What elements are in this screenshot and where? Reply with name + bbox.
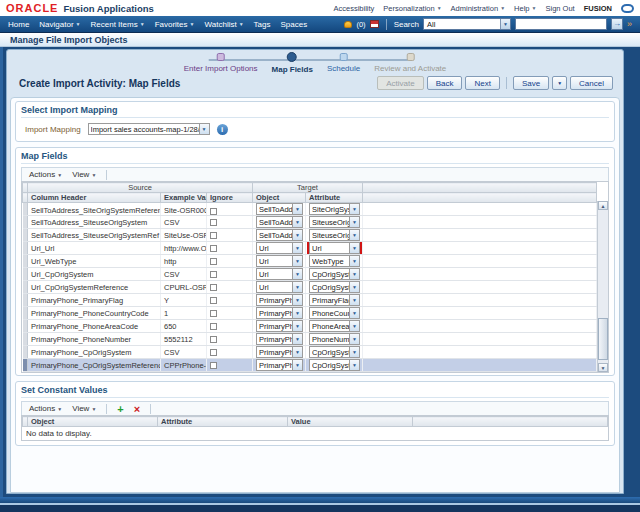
view-menu[interactable]: View ▼ bbox=[72, 170, 96, 179]
ignore-checkbox[interactable] bbox=[210, 349, 217, 356]
nav-item[interactable]: Spaces bbox=[281, 20, 308, 29]
global-link[interactable]: Accessibility bbox=[334, 4, 375, 13]
object-select[interactable]: SellToAddress ▼ bbox=[256, 203, 303, 215]
map-field-row[interactable]: SellToAddress_SiteuseOrigSystem CSV Sell… bbox=[23, 216, 597, 229]
train-step[interactable]: Map Fields bbox=[272, 53, 313, 74]
map-field-row[interactable]: PrimaryPhone_PhoneNumber 5552112 Primary… bbox=[23, 333, 597, 346]
train-step[interactable]: Enter Import Options bbox=[184, 53, 258, 73]
ignore-checkbox[interactable] bbox=[210, 208, 217, 215]
map-field-row[interactable]: PrimaryPhone_CpOrigSystem CSV PrimaryPho… bbox=[23, 346, 597, 359]
example-value-column[interactable]: Example Value bbox=[161, 193, 207, 203]
train-step[interactable]: Review and Activate bbox=[374, 53, 446, 73]
attribute-select[interactable]: SiteuseOrigSyst ▼ bbox=[309, 229, 360, 241]
search-go-icon[interactable]: → bbox=[611, 18, 623, 30]
attribute-select[interactable]: CpOrigSystemR ▼ bbox=[309, 359, 360, 371]
save-button[interactable]: Save bbox=[513, 76, 549, 90]
attribute-select[interactable]: CpOrigSystem ▼ bbox=[309, 268, 360, 280]
map-field-row[interactable]: Url_CpOrigSystem CSV Url ▼ bbox=[23, 268, 597, 281]
object-select[interactable]: PrimaryPhone ▼ bbox=[256, 320, 303, 332]
nav-item[interactable]: Favorites ▼ bbox=[155, 20, 195, 29]
search-input[interactable] bbox=[515, 18, 607, 30]
scrollbar-thumb[interactable] bbox=[598, 318, 608, 360]
delete-row-icon[interactable]: × bbox=[134, 404, 140, 414]
object-column[interactable]: Object bbox=[253, 193, 306, 203]
add-row-icon[interactable]: + bbox=[117, 404, 123, 414]
nav-item[interactable]: Home bbox=[8, 20, 29, 29]
ignore-checkbox[interactable] bbox=[210, 219, 217, 226]
scroll-down-icon[interactable]: ▼ bbox=[598, 363, 608, 372]
save-dropdown-icon[interactable]: ▼ bbox=[552, 76, 567, 90]
attribute-column[interactable]: Attribute bbox=[306, 193, 363, 203]
activate-button[interactable]: Activate bbox=[377, 76, 423, 90]
scroll-up-icon[interactable]: ▲ bbox=[598, 201, 608, 210]
object-select[interactable]: Url ▼ bbox=[256, 255, 303, 267]
object-select[interactable]: PrimaryPhone ▼ bbox=[256, 359, 303, 371]
column-header-column[interactable]: Column Header bbox=[28, 193, 161, 203]
map-field-row[interactable]: Url_Url http://www.OneSA1x Url ▼ bbox=[23, 242, 597, 255]
map-field-row[interactable]: SellToAddress_SiteOrigSystemReference Si… bbox=[23, 203, 597, 216]
object-select[interactable]: PrimaryPhone ▼ bbox=[256, 307, 303, 319]
ignore-checkbox[interactable] bbox=[210, 323, 217, 330]
cancel-button[interactable]: Cancel bbox=[570, 76, 613, 90]
object-select[interactable]: Url ▼ bbox=[256, 281, 303, 293]
global-link[interactable]: FUSION bbox=[584, 4, 612, 13]
ignore-checkbox[interactable] bbox=[210, 245, 217, 252]
attribute-column[interactable]: Attribute bbox=[158, 417, 288, 427]
attribute-select[interactable]: SiteOrigSystemR ▼ bbox=[309, 203, 360, 215]
map-field-row[interactable]: Url_CpOrigSystemReference CPURL-OSR00000… bbox=[23, 281, 597, 294]
scrollbar-track[interactable] bbox=[598, 210, 608, 363]
ignore-checkbox[interactable] bbox=[210, 310, 217, 317]
attribute-select[interactable]: PhoneNumber ▼ bbox=[309, 333, 360, 345]
attribute-select[interactable]: CpOrigSystem ▼ bbox=[309, 346, 360, 358]
attribute-select[interactable]: PrimaryFlag ▼ bbox=[309, 294, 360, 306]
advanced-search-icon[interactable]: » bbox=[627, 19, 632, 29]
train-step[interactable]: Schedule bbox=[327, 53, 360, 73]
map-field-row[interactable]: SellToAddress_SiteuseOrigSystemRef SiteU… bbox=[23, 229, 597, 242]
calendar-icon[interactable] bbox=[370, 20, 379, 28]
attribute-select[interactable]: CpOrigSystemR ▼ bbox=[309, 281, 360, 293]
global-link[interactable]: Administration ▼ bbox=[451, 4, 505, 13]
map-field-row[interactable]: PrimaryPhone_PhoneAreaCode 650 PrimaryPh… bbox=[23, 320, 597, 333]
actions-menu[interactable]: Actions ▼ bbox=[29, 170, 62, 179]
object-column[interactable]: Object bbox=[28, 417, 158, 427]
object-select[interactable]: SellToAddress ▼ bbox=[256, 229, 303, 241]
import-mapping-select[interactable]: Import sales accounts-map-1/28/13 ▼ bbox=[88, 123, 210, 135]
back-button[interactable]: Back bbox=[427, 76, 463, 90]
object-select[interactable]: PrimaryPhone ▼ bbox=[256, 333, 303, 345]
map-field-row[interactable]: Url_WebType http Url ▼ bbox=[23, 255, 597, 268]
nav-item[interactable]: Recent Items ▼ bbox=[91, 20, 145, 29]
search-scope-select[interactable]: All ▼ bbox=[423, 18, 511, 30]
ignore-checkbox[interactable] bbox=[210, 258, 217, 265]
attribute-select[interactable]: PhoneAreaCode ▼ bbox=[309, 320, 360, 332]
map-field-row[interactable]: PrimaryPhone_CpOrigSystemReference CPPrP… bbox=[23, 359, 597, 372]
object-select[interactable]: Url ▼ bbox=[256, 242, 303, 254]
ignore-checkbox[interactable] bbox=[210, 336, 217, 343]
view-menu[interactable]: View ▼ bbox=[72, 404, 96, 413]
info-icon[interactable]: i bbox=[217, 124, 228, 135]
nav-item[interactable]: Watchlist ▼ bbox=[205, 20, 244, 29]
object-select[interactable]: Url ▼ bbox=[256, 268, 303, 280]
ignore-checkbox[interactable] bbox=[210, 284, 217, 291]
ignore-checkbox[interactable] bbox=[210, 271, 217, 278]
attribute-select[interactable]: PhoneCountryC ▼ bbox=[309, 307, 360, 319]
attribute-select[interactable]: Url ▼ bbox=[309, 242, 360, 254]
object-select[interactable]: PrimaryPhone ▼ bbox=[256, 294, 303, 306]
actions-menu[interactable]: Actions ▼ bbox=[29, 404, 62, 413]
value-column[interactable]: Value bbox=[288, 417, 413, 427]
next-button[interactable]: Next bbox=[465, 76, 499, 90]
ignore-checkbox[interactable] bbox=[210, 297, 217, 304]
nav-item[interactable]: Navigator ▼ bbox=[39, 20, 80, 29]
attribute-select[interactable]: SiteuseOrigSyst ▼ bbox=[309, 216, 360, 228]
map-field-row[interactable]: PrimaryPhone_PrimaryFlag Y PrimaryPhone … bbox=[23, 294, 597, 307]
ignore-checkbox[interactable] bbox=[210, 232, 217, 239]
notifications-bell-icon[interactable] bbox=[344, 21, 352, 28]
ignore-checkbox[interactable] bbox=[210, 362, 217, 369]
global-link[interactable]: Help ▼ bbox=[514, 4, 536, 13]
global-link[interactable]: Personalization ▼ bbox=[383, 4, 441, 13]
object-select[interactable]: PrimaryPhone ▼ bbox=[256, 346, 303, 358]
chat-bubble-icon[interactable] bbox=[621, 4, 634, 13]
map-field-row[interactable]: PrimaryPhone_PhoneCountryCode 1 PrimaryP… bbox=[23, 307, 597, 320]
object-select[interactable]: SellToAddress ▼ bbox=[256, 216, 303, 228]
nav-item[interactable]: Tags bbox=[254, 20, 271, 29]
ignore-column[interactable]: Ignore bbox=[207, 193, 253, 203]
